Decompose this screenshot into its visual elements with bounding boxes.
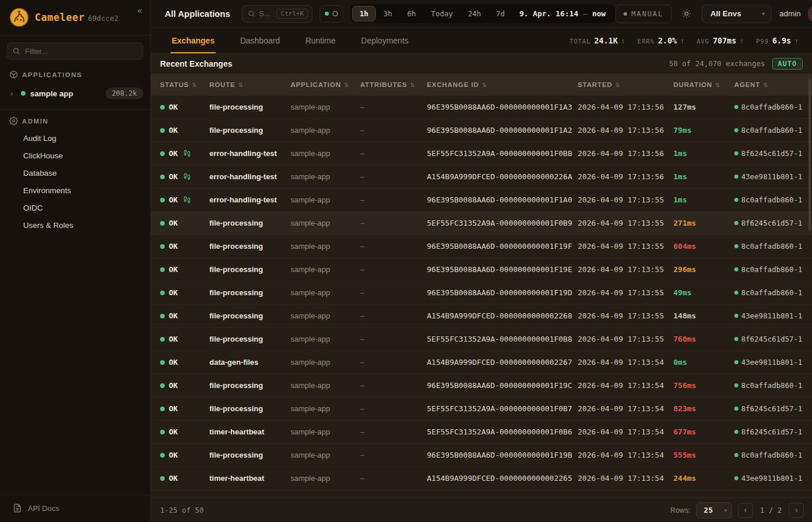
manual-label: MANUAL <box>631 10 663 18</box>
time-range-pill[interactable]: 1h <box>352 6 376 21</box>
env-select[interactable]: All Envs ▾ <box>702 5 771 23</box>
admin-nav-item[interactable]: Database <box>0 165 150 182</box>
time-range-group: 1h 3h 6h Today 24h 7d 9. Apr. 16:14 – <box>350 4 616 23</box>
global-search[interactable]: S… Ctrl+K <box>242 5 313 23</box>
time-range-pill[interactable]: 7d <box>488 6 512 21</box>
chevron-right-icon[interactable]: › <box>10 89 16 97</box>
exchange-row[interactable]: OK file-processing sample-app – 96E395B0… <box>151 235 812 258</box>
column-header[interactable]: STATUS ⇅ <box>160 81 209 88</box>
admin-nav-item[interactable]: ClickHouse <box>0 147 150 165</box>
agent-cell: 8c0affadb860-1 <box>734 381 803 390</box>
admin-nav-item[interactable]: OIDC <box>0 200 150 217</box>
stat-label: ERR% <box>637 38 654 45</box>
avatar[interactable]: AD <box>808 5 812 23</box>
status-ok-dot <box>160 198 165 202</box>
route-cell: error-handling-test <box>209 149 291 158</box>
row-range-text: 1-25 of 50 <box>160 506 204 514</box>
agent-status-dot <box>734 337 738 341</box>
admin-nav-item[interactable]: Users & Roles <box>0 217 150 234</box>
application-cell: sample-app <box>291 288 360 297</box>
manual-refresh-button[interactable]: MANUAL <box>615 5 671 23</box>
tab[interactable]: Deployments <box>361 36 409 45</box>
exchange-id-cell: 96E395B0088AA6D-000000000001F19E <box>427 265 578 274</box>
route-cell: file-processing <box>209 311 291 320</box>
column-header[interactable]: AGENT ⇅ <box>734 81 803 88</box>
chevron-down-icon: ▾ <box>724 507 727 513</box>
column-header[interactable]: EXCHANGE ID ⇅ <box>427 81 578 88</box>
status-text: OK <box>169 311 178 320</box>
time-range-pill[interactable]: 24h <box>461 6 489 21</box>
application-cell: sample-app <box>291 219 360 227</box>
agent-cell: 8f6245c61d57-1 <box>734 219 803 227</box>
sidebar-item-sample-app[interactable]: › sample app 208.2k <box>0 84 150 103</box>
agent-status-dot <box>734 407 738 411</box>
prev-page-button[interactable]: ‹ <box>738 503 753 518</box>
exchange-row[interactable]: OK file-processing sample-app – 96E395B0… <box>151 258 812 281</box>
exchange-row[interactable]: OK file-processing sample-app – 96E395B0… <box>151 119 812 142</box>
table-header: STATUS ⇅ ROUTE ⇅ APPLICATION ⇅ ATTR <box>151 74 812 96</box>
exchange-row[interactable]: OK error-handling-test sample-app – A154… <box>151 165 812 188</box>
status-text: OK <box>169 242 178 251</box>
started-cell: 2026-04-09 17:13:55 <box>578 288 673 297</box>
duration-cell: 760ms <box>673 335 734 343</box>
time-range-pill[interactable]: 6h <box>400 6 423 21</box>
exchange-row[interactable]: OK error-handling-test sample-app – 5EF5… <box>151 142 812 165</box>
table-footer: 1-25 of 50 Rows: 25 ▾ ‹ 1 / 2 › <box>151 498 812 522</box>
attributes-cell: – <box>360 404 427 413</box>
theme-toggle-button[interactable] <box>679 6 695 22</box>
column-header[interactable]: ATTRIBUTES ⇅ <box>360 81 427 88</box>
next-page-button[interactable]: › <box>789 503 804 518</box>
exchange-row[interactable]: OK data-gen-files sample-app – A154B9A99… <box>151 351 812 374</box>
column-header[interactable]: STARTED ⇅ <box>578 81 673 88</box>
rows-per-page-select[interactable]: 25 ▾ <box>696 502 732 519</box>
sidebar-collapse-button[interactable]: « <box>137 6 142 14</box>
filter-input[interactable] <box>7 42 143 60</box>
status-cell: OK <box>160 172 209 181</box>
route-cell: timer-heartbeat <box>209 474 291 483</box>
exchange-row[interactable]: OK timer-heartbeat sample-app – A154B9A9… <box>151 467 812 490</box>
exchange-row[interactable]: OK file-processing sample-app – 5EF55FC3… <box>151 328 812 351</box>
tab[interactable]: Dashboard <box>240 36 280 45</box>
agent-cell: 8c0affadb860-1 <box>734 242 803 251</box>
tab[interactable]: Exchanges <box>172 36 215 45</box>
stat: TOTAL 24.1K ↑ <box>570 36 625 45</box>
exchange-row[interactable]: OK file-processing sample-app – 96E395B0… <box>151 281 812 304</box>
column-header[interactable]: ROUTE ⇅ <box>209 81 291 88</box>
time-range-pill[interactable]: 3h <box>376 6 400 21</box>
exchange-row[interactable]: OK file-processing sample-app – 5EF55FC3… <box>151 212 812 235</box>
panel-title: Recent Exchanges <box>160 59 233 68</box>
api-docs-link[interactable]: API Docs <box>0 495 150 522</box>
agent-id: 8c0affadb860-1 <box>741 242 802 251</box>
brand-name: Cameleer <box>35 12 85 23</box>
tab[interactable]: Runtime <box>305 36 335 45</box>
started-cell: 2026-04-09 17:13:56 <box>578 103 673 111</box>
status-ok-dot <box>160 105 165 110</box>
exchange-row[interactable]: OK file-processing sample-app – 96E395B0… <box>151 96 812 119</box>
status-ok-dot <box>160 407 165 411</box>
status-text: OK <box>169 335 178 343</box>
admin-nav-item[interactable]: Audit Log <box>0 130 150 147</box>
exchange-row[interactable]: OK file-processing sample-app – 96E395B0… <box>151 444 812 467</box>
scrollbar-thumb[interactable] <box>809 78 811 231</box>
app-name: sample app <box>30 89 101 98</box>
exchange-row[interactable]: OK error-handling-test sample-app – 96E3… <box>151 188 812 212</box>
status-cell: OK <box>160 427 209 436</box>
status-text: OK <box>169 404 178 413</box>
date-range-display[interactable]: 9. Apr. 16:14 – now <box>512 9 614 18</box>
exchange-row[interactable]: OK file-processing sample-app – 96E395B0… <box>151 374 812 397</box>
exchange-row[interactable]: OK file-processing sample-app – A154B9A9… <box>151 304 812 328</box>
online-status-button[interactable]: O <box>320 5 343 23</box>
route-cell: file-processing <box>209 126 291 135</box>
exchange-id-cell: 5EF55FC31352A9A-000000000001F0B6 <box>427 427 578 436</box>
exchange-row[interactable]: OK file-processing sample-app – 5EF55FC3… <box>151 397 812 420</box>
duration-cell: 271ms <box>673 219 734 227</box>
time-range-pill[interactable]: Today <box>423 6 461 21</box>
route-cell: timer-heartbeat <box>209 427 291 436</box>
exchange-row[interactable]: OK timer-heartbeat sample-app – 5EF55FC3… <box>151 420 812 444</box>
column-header[interactable]: APPLICATION ⇅ <box>291 81 360 88</box>
admin-nav-item[interactable]: Environments <box>0 182 150 200</box>
column-header[interactable]: DURATION ⇅ <box>673 81 734 88</box>
filter-wrap <box>7 42 143 60</box>
status-ok-dot <box>160 314 165 318</box>
auto-refresh-badge[interactable]: AUTO <box>772 58 803 70</box>
